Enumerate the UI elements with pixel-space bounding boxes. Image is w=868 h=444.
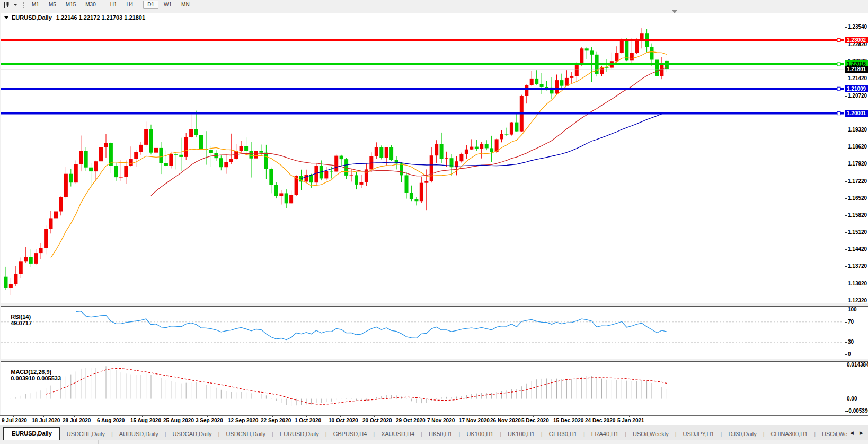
timeframe-toolbar: M1M5M15M30H1H4D1W1MN	[0, 0, 868, 10]
chart-tab-usdcad-daily[interactable]: USDCAD,Daily	[166, 428, 218, 440]
date-label: 7 Nov 2020	[427, 417, 455, 423]
price-tick-label: 1.16520	[848, 195, 867, 201]
price-chart-canvas[interactable]	[1, 13, 844, 304]
price-tick-mark	[845, 79, 847, 79]
date-label: 10 Oct 2020	[329, 417, 358, 423]
price-tick-mark	[845, 266, 847, 267]
date-label: 5 Dec 2020	[521, 417, 549, 423]
chart-shift-marker-icon[interactable]	[672, 10, 677, 13]
date-label: 5 Jan 2021	[617, 417, 644, 423]
chart-tab-usdjpy-h1[interactable]: USDJPY,H1	[677, 428, 721, 440]
price-chart-panel[interactable]	[1, 13, 845, 303]
candlestick-chart-icon	[3, 2, 11, 8]
rsi-tick-mark	[845, 342, 847, 343]
date-label: 18 Jul 2020	[32, 417, 60, 423]
price-tick-label: 1.17220	[848, 178, 867, 184]
price-tick-label: 1.13720	[848, 263, 867, 269]
rsi-label: RSI(14) 49.0717	[4, 307, 32, 333]
price-tick-label: 1.15820	[848, 212, 867, 218]
macd-axis[interactable]: 0.0143840.00-0.005396	[845, 361, 868, 416]
chart-tab-china300-h1[interactable]: CHINA300,H1	[765, 428, 814, 440]
date-label: 25 Aug 2020	[163, 417, 194, 423]
price-tick-label: 1.23540	[848, 24, 867, 30]
rsi-indicator-panel[interactable]: RSI(14) 49.0717	[1, 306, 845, 359]
chart-tab-usdchf-daily[interactable]: USDCHF,Daily	[60, 428, 111, 440]
price-tick-mark	[845, 147, 847, 147]
date-label: 20 Oct 2020	[362, 417, 392, 423]
price-tick-label: 1.12320	[848, 298, 867, 303]
timeframe-buttons: M1M5M15M30H1H4D1W1MN	[27, 1, 199, 9]
chart-tab-fra40-h1[interactable]: FRA40,H1	[585, 428, 625, 440]
price-tick-label: 1.19320	[848, 127, 867, 133]
rsi-value: 49.0717	[11, 320, 32, 326]
price-tick-label: 1.17920	[848, 161, 867, 167]
chart-symbol-label: EURUSD,Daily	[12, 14, 52, 21]
timeframe-button-m30[interactable]: M30	[81, 1, 100, 9]
macd-indicator-panel[interactable]: MACD(12,26,9) 0.003910 0.005533	[1, 361, 845, 416]
timeframe-button-d1[interactable]: D1	[143, 1, 158, 9]
date-label: 9 Jul 2020	[2, 417, 27, 423]
toolbar-separator	[103, 2, 103, 8]
price-axis[interactable]: 1.235401.228201.221201.214201.207201.200…	[845, 13, 868, 303]
date-label: 6 Aug 2020	[97, 417, 125, 423]
price-level-badge: 1.23002	[845, 37, 868, 43]
chart-tab-audusd-daily[interactable]: AUDUSD,Daily	[113, 428, 165, 440]
chart-tab-eurusd-daily[interactable]: EURUSD,Daily	[273, 428, 325, 440]
tabs-scroll-left-icon[interactable]: ◀	[850, 430, 854, 436]
macd-label: MACD(12,26,9) 0.003910 0.005533	[4, 362, 61, 388]
chart-tab-ger30-h1[interactable]: GER30,H1	[543, 428, 583, 440]
chart-tab-usdcnh-daily[interactable]: USDCNH,Daily	[219, 428, 272, 440]
price-tick-mark	[845, 45, 847, 45]
toolbar-grip-handle[interactable]	[23, 2, 24, 8]
rsi-tick-label: 100	[848, 307, 857, 312]
status-divider	[223, 440, 223, 444]
chart-tab-usoil-weekly[interactable]: USOil,Weekly	[626, 428, 675, 440]
timeframe-button-m1[interactable]: M1	[28, 1, 43, 9]
rsi-axis[interactable]: 10070300	[845, 306, 868, 359]
timeframe-button-h1[interactable]: H1	[106, 1, 121, 9]
date-label: 15 Dec 2020	[553, 417, 583, 423]
macd-canvas[interactable]	[1, 362, 844, 417]
macd-name: MACD(12,26,9)	[11, 369, 51, 375]
timeframe-button-w1[interactable]: W1	[160, 1, 176, 9]
status-bar	[0, 440, 868, 444]
price-tick-mark	[845, 27, 847, 28]
price-tick-label: 1.21420	[848, 75, 867, 81]
price-tick-label: 1.14420	[848, 246, 867, 252]
macd-values: 0.003910 0.005533	[11, 375, 61, 381]
price-tick-label: 1.15120	[848, 229, 867, 235]
price-tick-mark	[845, 130, 847, 130]
chart-menu-triangle-icon[interactable]	[4, 16, 8, 19]
chart-tab-gbpusd-h4[interactable]: GBPUSD,H4	[327, 428, 374, 440]
price-tick-mark	[845, 164, 847, 164]
timeframe-button-m5[interactable]: M5	[45, 1, 60, 9]
date-label: 26 Nov 2020	[490, 417, 521, 423]
rsi-name: RSI(14)	[11, 314, 31, 320]
timeframe-button-mn[interactable]: MN	[177, 1, 194, 9]
date-label: 22 Sep 2020	[261, 417, 291, 423]
timeframe-button-h4[interactable]: H4	[122, 1, 138, 9]
rsi-tick-mark	[845, 322, 847, 323]
date-label: 12 Sep 2020	[228, 417, 258, 423]
chart-title: EURUSD,Daily 1.22146 1.22172 1.21703 1.2…	[4, 14, 145, 21]
chart-tab-dj30-daily[interactable]: DJ30,Daily	[722, 428, 763, 440]
timeframe-button-m15[interactable]: M15	[61, 1, 80, 9]
rsi-canvas[interactable]	[1, 307, 844, 360]
chart-tab-hk50-h1[interactable]: HK50,H1	[422, 428, 459, 440]
toolbar-separator	[197, 2, 197, 8]
tabs-scroll-right-icon[interactable]: ▶	[860, 430, 863, 436]
chart-tab-eurusd-daily[interactable]: EURUSD,Daily	[3, 427, 60, 440]
chart-tab-usoil-weekly[interactable]: USOil,Weekly	[816, 428, 847, 440]
chart-tab-uk100-h1[interactable]: UK100,H1	[501, 428, 541, 440]
price-tick-label: 1.13020	[848, 281, 867, 286]
chart-tab-uk100-h1[interactable]: UK100,H1	[460, 428, 500, 440]
price-tick-mark	[845, 215, 847, 216]
chart-tab-xauusd-h4[interactable]: XAUUSD,H4	[375, 428, 421, 440]
time-axis[interactable]: 9 Jul 202018 Jul 202028 Jul 20206 Aug 20…	[0, 415, 868, 425]
chevron-down-icon	[13, 4, 17, 6]
rsi-tick-label: 70	[848, 319, 854, 325]
status-divider	[170, 440, 170, 444]
chart-type-button[interactable]	[2, 1, 19, 8]
date-label: 28 Jul 2020	[63, 417, 91, 423]
price-tick-label: 1.20720	[848, 93, 867, 99]
